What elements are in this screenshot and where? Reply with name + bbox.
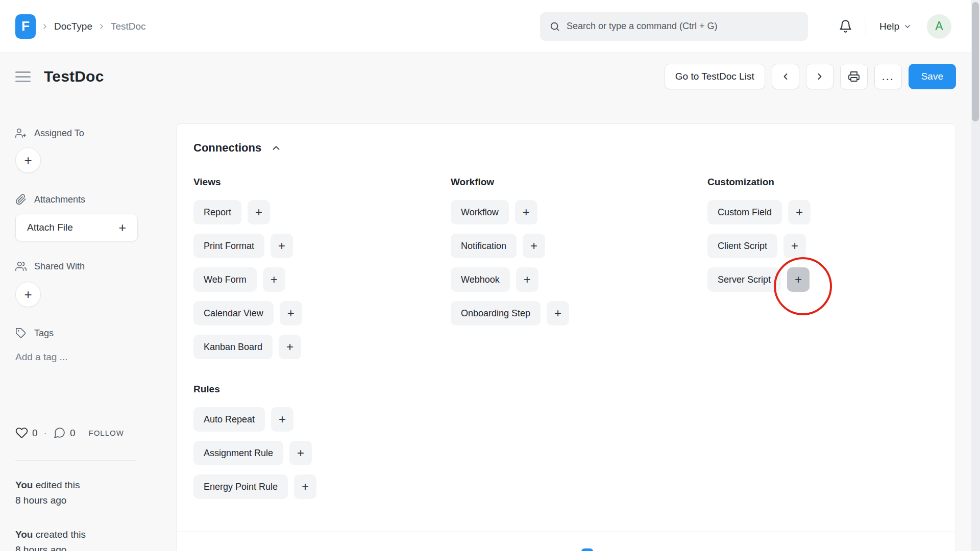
views-header: Views [193, 177, 451, 188]
chevron-right-icon [815, 71, 825, 82]
connection-row: Notification + [451, 234, 707, 258]
likes-count: 0 [32, 428, 38, 439]
shared-with-section: Shared With [15, 261, 136, 272]
print-format-add-button[interactable]: + [271, 234, 293, 258]
onboarding-step-add-button[interactable]: + [547, 301, 569, 325]
timeline-actor: You [15, 480, 33, 490]
tags-section: Tags [15, 328, 136, 339]
timeline-action: edited this [33, 480, 80, 490]
save-button[interactable]: Save [909, 64, 956, 89]
next-document-button[interactable] [806, 64, 834, 89]
webhook-add-button[interactable]: + [516, 267, 538, 292]
kanban-board-link[interactable]: Kanban Board [193, 335, 273, 359]
calendar-view-link[interactable]: Calendar View [193, 301, 274, 325]
help-menu[interactable]: Help [879, 21, 912, 32]
assignment-rule-add-button[interactable]: + [289, 441, 312, 465]
server-script-add-button[interactable]: + [787, 267, 810, 292]
timeline-entry: You edited this 8 hours ago [15, 478, 136, 508]
navbar: F DocType TestDoc Help A [0, 0, 980, 53]
global-search[interactable] [540, 12, 808, 41]
custom-field-add-button[interactable]: + [788, 200, 811, 224]
customization-column: Customization Custom Field + Client Scri… [707, 177, 939, 508]
workflow-column: Workflow Workflow + Notification + Webho… [451, 177, 707, 508]
timeline-actor: You [15, 529, 33, 540]
energy-point-rule-link[interactable]: Energy Point Rule [193, 474, 288, 499]
dot-separator: · [44, 428, 47, 439]
page-actions: Go to TestDoc List ... Save [665, 64, 956, 89]
document-sidebar: Assigned To + Attachments Attach File + … [15, 125, 136, 551]
add-assignment-button[interactable]: + [15, 147, 41, 173]
notification-link[interactable]: Notification [451, 234, 517, 258]
menu-ellipsis-button[interactable]: ... [874, 64, 902, 89]
auto-repeat-add-button[interactable]: + [271, 407, 293, 432]
auto-repeat-link[interactable]: Auto Repeat [193, 407, 265, 432]
energy-point-rule-add-button[interactable]: + [294, 474, 316, 499]
help-label: Help [879, 21, 899, 32]
attachments-section: Attachments [15, 194, 136, 205]
comment-icon[interactable] [53, 427, 66, 439]
chevron-up-icon [271, 142, 282, 154]
server-script-link[interactable]: Server Script [707, 267, 781, 292]
print-format-link[interactable]: Print Format [193, 234, 264, 258]
prev-document-button[interactable] [772, 64, 799, 89]
report-link[interactable]: Report [193, 200, 241, 224]
web-form-add-button[interactable]: + [263, 267, 285, 292]
search-input[interactable] [567, 21, 799, 32]
sidebar-toggle-icon[interactable] [15, 71, 31, 82]
user-plus-icon [15, 128, 27, 139]
breadcrumb-current[interactable]: TestDoc [111, 21, 146, 32]
notification-add-button[interactable]: + [523, 234, 545, 258]
connections-collapse-toggle[interactable]: Connections [193, 141, 939, 155]
rules-header: Rules [193, 384, 451, 395]
custom-field-link[interactable]: Custom Field [707, 200, 782, 224]
connection-row: Onboarding Step + [451, 301, 707, 325]
app-logo[interactable]: F [15, 14, 36, 39]
tags-label: Tags [34, 328, 54, 339]
customization-header: Customization [707, 177, 939, 188]
page-head: TestDoc Go to TestDoc List ... Save [15, 53, 956, 100]
connection-row: Calendar View + [193, 301, 451, 325]
user-avatar[interactable]: A [927, 14, 951, 39]
connection-row: Web Form + [193, 267, 451, 292]
follow-button[interactable]: FOLLOW [88, 429, 124, 437]
navbar-divider [866, 17, 866, 36]
web-form-link[interactable]: Web Form [193, 267, 257, 292]
heart-icon[interactable] [15, 427, 28, 439]
printer-icon [848, 70, 860, 83]
connection-row: Webhook + [451, 267, 707, 292]
workflow-link[interactable]: Workflow [451, 200, 509, 224]
webhook-link[interactable]: Webhook [451, 267, 510, 292]
go-to-list-button[interactable]: Go to TestDoc List [665, 64, 765, 89]
workflow-header: Workflow [451, 177, 707, 188]
report-add-button[interactable]: + [248, 200, 270, 224]
scrollbar-thumb[interactable] [972, 2, 979, 121]
assigned-to-label: Assigned To [34, 128, 84, 139]
page-scrollbar[interactable] [971, 0, 980, 551]
reactions-row: 0 · 0 FOLLOW [15, 427, 136, 439]
calendar-view-add-button[interactable]: + [280, 301, 302, 325]
views-column: Views Report + Print Format + Web Form +… [193, 177, 451, 508]
plus-icon: + [118, 220, 126, 235]
connections-section: Connections Views Report + Print Format … [177, 124, 955, 532]
attach-file-button[interactable]: Attach File + [15, 214, 138, 241]
track-changes-label: Track Changes [600, 549, 666, 551]
onboarding-step-link[interactable]: Onboarding Step [451, 301, 541, 325]
track-changes-checkbox[interactable] [581, 548, 593, 551]
kanban-board-add-button[interactable]: + [279, 335, 301, 359]
timeline-entry: You created this 8 hours ago [15, 527, 136, 551]
track-changes-field[interactable]: Track Changes [581, 548, 666, 551]
add-tag-input[interactable]: Add a tag ... [15, 352, 136, 363]
connection-row: Auto Repeat + [193, 407, 451, 432]
client-script-link[interactable]: Client Script [707, 234, 777, 258]
breadcrumb-doctype[interactable]: DocType [54, 21, 92, 32]
connections-title: Connections [193, 141, 261, 155]
workflow-add-button[interactable]: + [515, 200, 537, 224]
print-button[interactable] [840, 64, 868, 89]
assignment-rule-link[interactable]: Assignment Rule [193, 441, 283, 465]
chevron-down-icon [903, 22, 912, 31]
comments-count: 0 [70, 428, 76, 439]
add-share-button[interactable]: + [15, 282, 41, 307]
notifications-bell-icon[interactable] [839, 19, 852, 33]
connection-row: Client Script + [707, 234, 939, 258]
client-script-add-button[interactable]: + [783, 234, 806, 258]
